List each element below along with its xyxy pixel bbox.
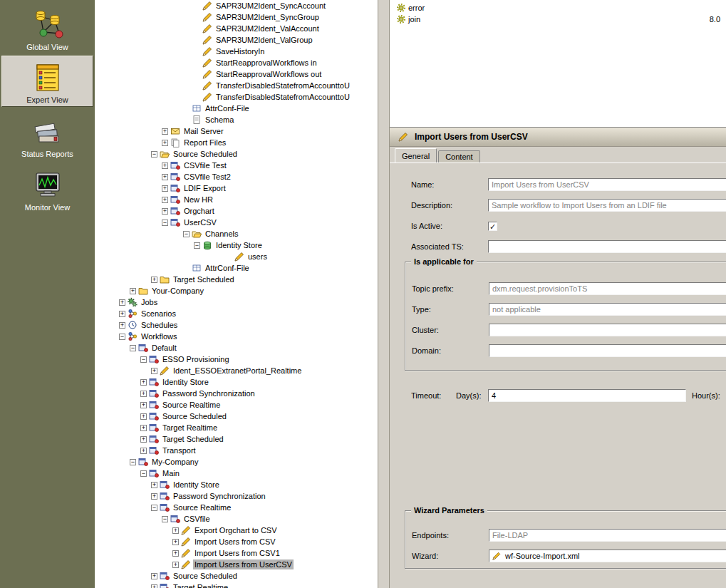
expand-toggle[interactable]: + [140,402,147,408]
tree-item-label[interactable]: AttrConf-File [204,263,251,273]
tree-item-label[interactable]: Default [150,343,178,353]
tree-item-label[interactable]: Mail Server [182,126,225,136]
description-input[interactable] [488,199,726,212]
tree-item-label[interactable]: Target Scheduled [172,274,236,284]
tree-item-label[interactable]: SAPR3UM2Ident_SyncGroup [214,12,321,22]
expand-toggle[interactable]: + [151,584,157,588]
expand-toggle[interactable]: + [151,493,157,500]
expand-toggle[interactable]: − [183,231,190,237]
sidebar-item-global-view[interactable]: Global View [1,2,93,53]
tree-item-label[interactable]: LDIF Export [182,183,227,193]
expand-toggle[interactable]: + [172,550,179,557]
tree-item[interactable]: StartReapprovalWorkflows in [95,57,378,68]
tree-item-label[interactable]: TransferDisabledStatefromAccounttoU [214,81,351,91]
tree-item-label[interactable]: Source Scheduled [172,571,239,581]
tree-item-label[interactable]: CSVfile [182,514,212,524]
tree-item[interactable]: −Channels [95,228,378,239]
expand-toggle[interactable]: + [162,185,168,192]
expand-toggle[interactable]: + [162,197,168,203]
expand-toggle[interactable]: − [162,516,168,522]
tree-item[interactable]: +Source Realtime [95,399,378,411]
tree-item-label[interactable]: Target Scheduled [161,434,225,444]
expand-toggle[interactable]: + [162,163,168,169]
tree-item-label[interactable]: Workflows [140,331,179,341]
expand-toggle[interactable]: − [151,151,157,158]
tree-item-label[interactable]: SAPR3UM2Ident_ValGroup [214,35,314,45]
sidebar-item-expert-view[interactable]: Expert View [1,56,93,107]
tree-item[interactable]: +Export Orgchart to CSV [95,525,378,536]
tree-item-label[interactable]: Export Orgchart to CSV [193,525,279,535]
tree-item-label[interactable]: Identity Store [172,480,221,490]
tree-item[interactable]: −UserCSV [95,217,378,228]
expand-toggle[interactable]: − [140,356,147,363]
cluster-input[interactable] [489,324,726,336]
tree-item[interactable]: +Schedules [95,319,378,331]
expand-toggle[interactable]: + [140,379,147,386]
tree-item-label[interactable]: Report Files [182,138,227,148]
tree-item[interactable]: −Identity Store [95,239,378,251]
tree-item[interactable]: SAPR3UM2Ident_SyncAccount [95,0,378,11]
tree-item[interactable]: TransferDisabledStatefromAccounttoU [95,80,378,91]
tree-item-label[interactable]: UserCSV [182,217,218,227]
tree-item[interactable]: +Scenarios [95,308,378,319]
tree-item[interactable]: +Ident_ESSOExtranetPortal_Realtime [95,365,378,376]
tree-item[interactable]: +Source Scheduled [95,570,378,582]
tree-item-label[interactable]: users [247,252,269,262]
tree-item[interactable]: SaveHistoryIn [95,46,378,57]
tree-item[interactable]: +Import Users from CSV1 [95,547,378,559]
tree-item[interactable]: +Transport [95,445,378,456]
expand-toggle[interactable]: + [119,311,125,317]
expand-toggle[interactable]: − [162,220,168,226]
tree-item-label[interactable]: Channels [204,229,239,239]
wizard-input[interactable]: wf-Source-Import.xml [489,550,726,562]
tree-item-label[interactable]: Transport [161,445,197,455]
expand-toggle[interactable]: + [119,299,125,306]
splitter[interactable] [378,0,390,588]
tree-item[interactable]: −My-Company [95,456,378,468]
expand-toggle[interactable]: − [140,470,147,477]
tree-item[interactable]: Schema [95,114,378,125]
expand-toggle[interactable]: − [130,345,136,351]
tree-item-label[interactable]: Main [161,468,181,478]
tree-item-label[interactable]: CSVfile Test2 [182,172,232,182]
tree-item[interactable]: −Main [95,468,378,479]
tree-item[interactable]: +Jobs [95,296,378,308]
type-input[interactable] [489,303,726,316]
tree-item[interactable]: +Password Synchronization [95,388,378,399]
tab-general[interactable]: General [395,148,437,163]
topic-prefix-input[interactable] [489,282,726,295]
tree-item[interactable]: −Source Realtime [95,502,378,513]
tree-item[interactable]: +Target Realtime [95,582,378,588]
name-input[interactable] [488,178,726,191]
tree-item-label[interactable]: Your-Company [150,286,205,296]
tree-item-label[interactable]: AttrConf-File [204,103,251,113]
expand-toggle[interactable]: + [140,436,147,443]
expand-toggle[interactable]: + [130,288,136,294]
tree-item[interactable]: +Import Users from CSV [95,536,378,547]
tree-item[interactable]: +LDIF Export [95,182,378,194]
expand-toggle[interactable]: − [119,334,125,340]
tree-item-label[interactable]: Password Synchronization [161,388,256,398]
tree-item-label[interactable]: SaveHistoryIn [214,46,266,56]
tree-item-label[interactable]: Import Users from CSV1 [193,548,281,558]
domain-input[interactable] [489,344,726,357]
tree-item-label[interactable]: TransferDisabledStatefromAccounttoU [214,92,351,102]
tree-item[interactable]: +Report Files [95,137,378,148]
tree-item-label[interactable]: Source Realtime [172,502,232,512]
expand-toggle[interactable]: + [172,539,179,545]
tree-item[interactable]: +Source Scheduled [95,411,378,422]
tree-item[interactable]: StartReapprovalWorkflows out [95,68,378,80]
expand-toggle[interactable]: + [162,128,168,135]
tree-item-label[interactable]: Ident_ESSOExtranetPortal_Realtime [172,366,303,376]
tree-item-label[interactable]: Target Realtime [161,423,219,433]
list-item[interactable]: error [390,2,726,14]
tree-item-label[interactable]: Password Synchronization [172,491,267,501]
expand-toggle[interactable]: + [140,391,147,397]
tree-item-label[interactable]: Identity Store [161,377,210,387]
expand-toggle[interactable]: + [151,368,157,374]
expand-toggle[interactable]: + [162,140,168,146]
tree-item[interactable]: AttrConf-File [95,103,378,114]
associated-ts-input[interactable] [488,240,726,253]
tree-item-label[interactable]: StartReapprovalWorkflows in [214,58,318,68]
tree-item[interactable]: +Password Synchronization [95,490,378,502]
